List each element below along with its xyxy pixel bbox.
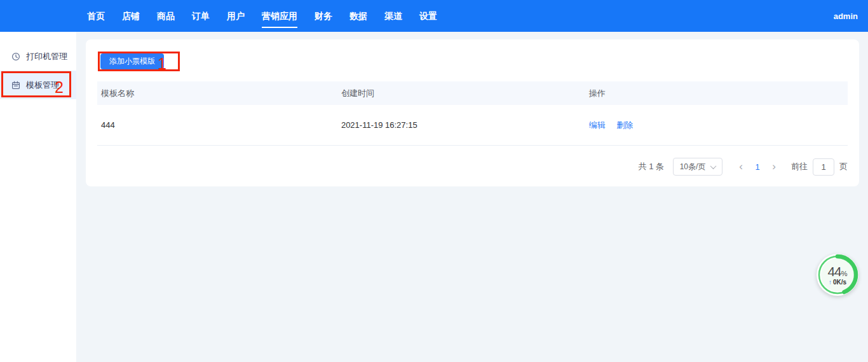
- network-speed-gauge[interactable]: 44% ↑ 0K/s: [817, 254, 858, 296]
- cell-actions: 编辑 删除: [585, 120, 848, 131]
- nav-item-store[interactable]: 店铺: [122, 0, 140, 32]
- page-unit-label: 页: [839, 161, 848, 172]
- arrow-up-icon: ↑: [829, 279, 832, 286]
- column-header-created-time: 创建时间: [337, 88, 585, 99]
- chevron-down-icon: [710, 163, 717, 169]
- nav-menu: 首页 店铺 商品 订单 用户 营销应用 财务 数据 渠道 设置: [87, 0, 437, 32]
- main-content-area: 添加小票模版 模板名称 创建时间 操作 444 2021-11-19 16:27…: [76, 32, 868, 362]
- nav-item-data[interactable]: 数据: [349, 0, 367, 32]
- nav-item-users[interactable]: 用户: [227, 0, 245, 32]
- cell-created-time: 2021-11-19 16:27:15: [337, 120, 585, 130]
- nav-item-finance[interactable]: 财务: [315, 0, 332, 32]
- calendar-icon: [11, 81, 20, 90]
- cell-template-name: 444: [97, 120, 337, 130]
- nav-item-home[interactable]: 首页: [87, 0, 105, 32]
- goto-page-label: 前往: [791, 161, 808, 172]
- page-size-select[interactable]: 10条/页: [673, 158, 722, 176]
- sidebar: 打印机管理 模板管理: [0, 32, 76, 362]
- gauge-percent: 44%: [827, 265, 847, 278]
- nav-item-channels[interactable]: 渠道: [384, 0, 402, 32]
- prev-page-button[interactable]: ‹: [733, 158, 749, 176]
- sidebar-item-label: 打印机管理: [26, 51, 67, 62]
- top-navbar: 首页 店铺 商品 订单 用户 营销应用 财务 数据 渠道 设置 admin: [0, 0, 868, 32]
- column-header-template-name: 模板名称: [97, 88, 337, 99]
- delete-link[interactable]: 删除: [616, 120, 633, 130]
- nav-item-marketing-apps[interactable]: 营销应用: [262, 0, 297, 32]
- add-receipt-template-button[interactable]: 添加小票模版: [100, 53, 164, 69]
- gauge-readout: 44% ↑ 0K/s: [817, 254, 858, 296]
- edit-link[interactable]: 编辑: [589, 120, 606, 130]
- sidebar-item-template-management[interactable]: 模板管理: [0, 71, 76, 99]
- sidebar-item-label: 模板管理: [26, 80, 59, 91]
- pagination: 共 1 条 10条/页 ‹ 1 › 前往 页: [97, 158, 848, 176]
- column-header-actions: 操作: [585, 88, 848, 99]
- goto-page-input[interactable]: [813, 158, 834, 176]
- nav-item-orders[interactable]: 订单: [192, 0, 210, 32]
- page-number-1[interactable]: 1: [749, 162, 766, 172]
- template-table: 模板名称 创建时间 操作 444 2021-11-19 16:27:15 编辑 …: [97, 81, 848, 176]
- current-user-label[interactable]: admin: [834, 11, 858, 21]
- table-row: 444 2021-11-19 16:27:15 编辑 删除: [97, 105, 848, 146]
- table-header-row: 模板名称 创建时间 操作: [97, 81, 848, 105]
- sidebar-item-printer-management[interactable]: 打印机管理: [0, 42, 76, 71]
- upload-speed-value: 0K/s: [833, 279, 846, 286]
- nav-item-goods[interactable]: 商品: [157, 0, 175, 32]
- template-list-card: 添加小票模版 模板名称 创建时间 操作 444 2021-11-19 16:27…: [86, 39, 859, 186]
- page-size-value: 10条/页: [680, 162, 706, 172]
- nav-item-settings[interactable]: 设置: [419, 0, 437, 32]
- gauge-upload-speed: ↑ 0K/s: [829, 279, 846, 286]
- next-page-button[interactable]: ›: [766, 158, 782, 176]
- pagination-total-label: 共 1 条: [639, 161, 664, 172]
- clock-icon: [11, 52, 20, 61]
